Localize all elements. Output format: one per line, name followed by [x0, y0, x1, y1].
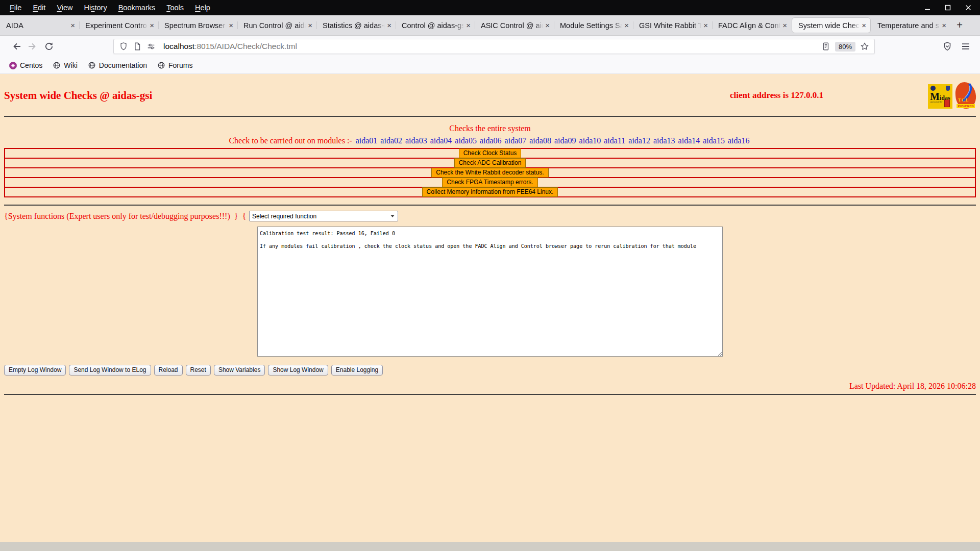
module-link-aida14[interactable]: aida14	[678, 136, 700, 145]
forward-icon[interactable]	[24, 39, 41, 54]
module-link-aida04[interactable]: aida04	[430, 136, 452, 145]
module-link-aida12[interactable]: aida12	[628, 136, 650, 145]
hamburger-menu-icon[interactable]	[961, 41, 971, 52]
system-functions-row: {System functions (Expert users only for…	[4, 211, 976, 221]
tab-close-icon[interactable]: ×	[464, 21, 473, 30]
function-select-wrap: Select required function	[249, 211, 398, 221]
close-window-icon[interactable]	[965, 4, 972, 11]
show-variables-button[interactable]: Show Variables	[214, 365, 265, 375]
show-log-window-button[interactable]: Show Log Window	[268, 365, 328, 375]
tab-close-icon[interactable]: ×	[780, 21, 789, 30]
tab-close-icon[interactable]: ×	[227, 21, 235, 30]
module-link-aida11[interactable]: aida11	[604, 136, 625, 145]
tab-close-icon[interactable]: ×	[701, 21, 710, 30]
log-window-textarea[interactable]: Calibration test result: Passed 16, Fail…	[257, 227, 723, 357]
url-bar[interactable]: localhost:8015/AIDA/Check/Check.tml 80%	[113, 39, 875, 54]
protections-shield-icon[interactable]	[942, 41, 952, 52]
menu-item-view[interactable]: View	[51, 2, 78, 14]
tab-fadc-align[interactable]: FADC Align & Cont×	[712, 17, 791, 33]
tab-module-settings[interactable]: Module Settings Sa×	[554, 17, 633, 33]
log-buttons-row: Empty Log Window Send Log Window to ELog…	[4, 365, 976, 375]
check-row: Check the White Rabbit decoder status.	[4, 167, 976, 178]
back-icon[interactable]	[8, 39, 24, 54]
permissions-sliders-icon[interactable]	[146, 42, 156, 51]
window-titlebar: File Edit View History Bookmarks Tools H…	[0, 0, 980, 15]
reader-mode-icon[interactable]	[821, 42, 830, 51]
tab-close-icon[interactable]: ×	[306, 21, 314, 30]
bookmark-forums[interactable]: Forums	[153, 60, 197, 71]
module-link-aida03[interactable]: aida03	[405, 136, 427, 145]
page-subtitle: Checks the entire system	[4, 124, 976, 133]
tab-experiment-control[interactable]: Experiment Control×	[79, 17, 158, 33]
empty-log-window-button[interactable]: Empty Log Window	[4, 365, 66, 375]
reload-button[interactable]: Reload	[154, 365, 183, 375]
tab-bar: AIDA× Experiment Control× Spectrum Brows…	[0, 15, 980, 36]
tab-aida[interactable]: AIDA×	[0, 17, 79, 33]
menu-item-history[interactable]: History	[79, 2, 113, 14]
tab-asic-control[interactable]: ASIC Control @ aid×	[475, 17, 554, 33]
zoom-level-badge[interactable]: 80%	[835, 42, 855, 52]
tab-close-icon[interactable]: ×	[68, 21, 77, 30]
collect-memory-button[interactable]: Collect Memory information from FEE64 Li…	[422, 187, 558, 197]
bookmark-star-icon[interactable]	[860, 42, 869, 51]
module-link-aida07[interactable]: aida07	[505, 136, 527, 145]
reload-icon[interactable]	[41, 39, 57, 54]
check-clock-status-button[interactable]: Check Clock Status	[459, 148, 522, 158]
bookmark-documentation[interactable]: Documentation	[84, 60, 151, 71]
reset-button[interactable]: Reset	[186, 365, 211, 375]
modules-prefix: Check to be carried out on modules :-	[229, 136, 352, 145]
client-address: client address is 127.0.0.1	[730, 90, 823, 101]
module-link-aida10[interactable]: aida10	[579, 136, 601, 145]
module-link-aida16[interactable]: aida16	[728, 136, 750, 145]
window-controls	[924, 4, 980, 11]
bookmark-wiki[interactable]: Wiki	[48, 60, 81, 71]
globe-icon	[157, 61, 165, 69]
page-title: System wide Checks @ aidas-gsi	[4, 89, 730, 102]
tab-statistics[interactable]: Statistics @ aidas-g×	[316, 17, 396, 33]
bookmark-centos[interactable]: Centos	[5, 60, 46, 71]
tab-close-icon[interactable]: ×	[148, 21, 156, 30]
menu-item-bookmarks[interactable]: Bookmarks	[113, 2, 161, 14]
new-tab-button[interactable]: +	[950, 15, 969, 35]
check-row: Collect Memory information from FEE64 Li…	[4, 187, 976, 197]
centos-icon	[9, 62, 17, 69]
module-link-aida05[interactable]: aida05	[455, 136, 477, 145]
tab-close-icon[interactable]: ×	[860, 21, 868, 30]
logos: Midas powered by TCL POWERED	[928, 82, 976, 109]
url-text[interactable]: localhost:8015/AIDA/Check/Check.tml	[163, 42, 821, 51]
check-fpga-timestamp-button[interactable]: Check FPGA Timestamp errors.	[442, 178, 537, 187]
send-log-window-to-elog-button[interactable]: Send Log Window to ELog	[69, 365, 151, 375]
module-link-aida01[interactable]: aida01	[356, 136, 378, 145]
module-link-aida06[interactable]: aida06	[480, 136, 502, 145]
module-link-aida15[interactable]: aida15	[703, 136, 725, 145]
tab-close-icon[interactable]: ×	[543, 21, 552, 30]
check-adc-calibration-button[interactable]: Check ADC Calibration	[454, 158, 526, 168]
tab-close-icon[interactable]: ×	[385, 21, 394, 30]
minimize-icon[interactable]	[924, 4, 931, 11]
tab-temperature[interactable]: Temperature and s×	[871, 17, 950, 33]
tab-system-wide-checks[interactable]: System wide Check×	[792, 17, 871, 33]
tab-spectrum-browser[interactable]: Spectrum Browser×	[158, 17, 237, 33]
module-link-aida02[interactable]: aida02	[380, 136, 402, 145]
menu-item-tools[interactable]: Tools	[161, 2, 189, 14]
midas-logo: Midas powered by	[928, 84, 952, 109]
function-select[interactable]: Select required function	[249, 211, 398, 221]
tab-close-icon[interactable]: ×	[622, 21, 631, 30]
shield-icon[interactable]	[119, 42, 128, 51]
menu-item-file[interactable]: File	[4, 2, 27, 14]
tab-run-control[interactable]: Run Control @ aida×	[237, 17, 316, 33]
module-link-aida13[interactable]: aida13	[653, 136, 675, 145]
menu-item-edit[interactable]: Edit	[27, 2, 51, 14]
maximize-icon[interactable]	[944, 4, 951, 11]
menu-item-help[interactable]: Help	[189, 2, 216, 14]
tab-gsi-white-rabbit[interactable]: GSI White Rabbit T×	[633, 17, 712, 33]
tcl-powered-logo: TCL POWERED	[955, 82, 976, 109]
tab-control[interactable]: Control @ aidas-gs×	[396, 17, 475, 33]
check-white-rabbit-button[interactable]: Check the White Rabbit decoder status.	[431, 168, 548, 178]
navigation-toolbar: localhost:8015/AIDA/Check/Check.tml 80%	[0, 36, 980, 57]
page-info-icon[interactable]	[133, 42, 142, 51]
tab-close-icon[interactable]: ×	[940, 21, 948, 30]
module-link-aida08[interactable]: aida08	[529, 136, 551, 145]
module-link-aida09[interactable]: aida09	[554, 136, 576, 145]
enable-logging-button[interactable]: Enable Logging	[331, 365, 383, 375]
